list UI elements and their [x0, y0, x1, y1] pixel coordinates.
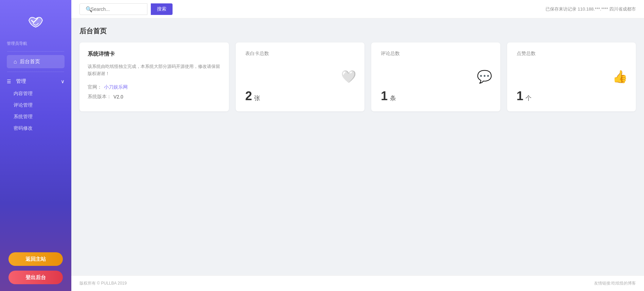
page-content: 后台首页 系统详情卡 该系统由吃纸怪独立完成，本系统大部分源码开源使用，修改请保… — [71, 18, 644, 275]
sys-card-version-row: 系统版本： V2.0 — [88, 94, 221, 100]
stat-baicard-label: 表白卡总数 — [245, 51, 355, 57]
stat-likes-value-row: 1 个 — [517, 89, 626, 103]
sidebar-home-section: ⌂ 后台首页 — [0, 54, 71, 69]
sidebar-footer: 返回主站 登出后台 — [0, 242, 71, 291]
heart-icon: 🤍 — [341, 70, 356, 84]
cards-row: 系统详情卡 该系统由吃纸怪独立完成，本系统大部分源码开源使用，修改请保留版权谢谢… — [79, 42, 636, 111]
sidebar-item-system[interactable]: 系统管理 — [7, 111, 68, 123]
stat-card-likes: 点赞总数 1 个 👍 — [507, 42, 636, 111]
stat-baicard-value-row: 2 张 — [245, 89, 355, 103]
stat-likes-value: 1 — [517, 89, 523, 103]
thumb-icon: 👍 — [612, 70, 628, 84]
home-icon: ⌂ — [14, 59, 17, 65]
footer-links: 友情链接:吃纸怪的博客 — [594, 280, 636, 286]
logo — [25, 10, 46, 31]
footer-copyright: 版权所有 © PULLBA 2019 — [79, 280, 127, 286]
page-title: 后台首页 — [79, 26, 636, 36]
manage-label: 管理 — [16, 78, 26, 85]
site-link[interactable]: 小刀娱乐网 — [104, 84, 128, 90]
stat-baicard-value: 2 — [245, 89, 252, 103]
sidebar-manage-header[interactable]: ☰ 管理 ∨ — [3, 75, 68, 88]
visit-record: 已保存来访记录 110.188.***.**** 四川省成都市 — [545, 6, 636, 12]
sys-card-site-row: 官网： 小刀娱乐网 — [88, 84, 221, 90]
stat-comments-value-row: 1 条 — [381, 89, 490, 103]
stat-baicard-unit: 张 — [254, 95, 260, 102]
stat-comments-value: 1 — [381, 89, 388, 103]
nav-label: 管理员导航 — [0, 37, 71, 49]
page-footer: 版权所有 © PULLBA 2019 友情链接:吃纸怪的博客 — [71, 275, 644, 291]
manage-left: ☰ 管理 — [7, 78, 26, 85]
stat-card-baicard: 表白卡总数 2 张 🤍 — [236, 42, 364, 111]
stat-comments-unit: 条 — [390, 95, 396, 102]
chevron-down-icon: ∨ — [61, 78, 65, 85]
sidebar-item-home[interactable]: ⌂ 后台首页 — [7, 55, 65, 68]
search-input[interactable] — [79, 3, 147, 15]
stat-comments-label: 评论总数 — [381, 51, 490, 57]
stat-likes-label: 点赞总数 — [517, 51, 626, 57]
list-icon: ☰ — [7, 79, 11, 84]
stat-likes-unit: 个 — [525, 95, 532, 102]
divider-1 — [7, 51, 64, 52]
sidebar-sub-items: 内容管理 评论管理 系统管理 密码修改 — [3, 88, 68, 134]
search-button[interactable]: 搜索 — [151, 3, 173, 15]
version-label: 系统版本： — [88, 94, 111, 100]
system-card: 系统详情卡 该系统由吃纸怪独立完成，本系统大部分源码开源使用，修改请保留版权谢谢… — [79, 42, 229, 111]
comment-icon: 💬 — [477, 70, 492, 84]
topbar: 🔍 搜索 已保存来访记录 110.188.***.**** 四川省成都市 — [71, 0, 644, 18]
sidebar: 管理员导航 ⌂ 后台首页 ☰ 管理 ∨ 内容管理 评论管理 系统管理 — [0, 0, 71, 291]
sidebar-item-password[interactable]: 密码修改 — [7, 123, 68, 134]
site-label: 官网： — [88, 84, 102, 90]
logout-button[interactable]: 登出后台 — [8, 271, 63, 284]
sys-card-title: 系统详情卡 — [88, 51, 221, 58]
main-area: 🔍 搜索 已保存来访记录 110.188.***.**** 四川省成都市 后台首… — [71, 0, 644, 291]
sidebar-manage-section: ☰ 管理 ∨ 内容管理 评论管理 系统管理 密码修改 — [0, 75, 71, 134]
return-site-button[interactable]: 返回主站 — [8, 252, 63, 266]
divider-2 — [7, 72, 64, 72]
sidebar-item-comments[interactable]: 评论管理 — [7, 99, 68, 111]
stat-card-comments: 评论总数 1 条 💬 — [371, 42, 500, 111]
sidebar-home-label: 后台首页 — [20, 58, 40, 65]
version-value: V2.0 — [113, 94, 123, 99]
sidebar-item-content[interactable]: 内容管理 — [7, 88, 68, 99]
sys-card-desc: 该系统由吃纸怪独立完成，本系统大部分源码开源使用，修改请保留版权谢谢！ — [88, 63, 221, 77]
